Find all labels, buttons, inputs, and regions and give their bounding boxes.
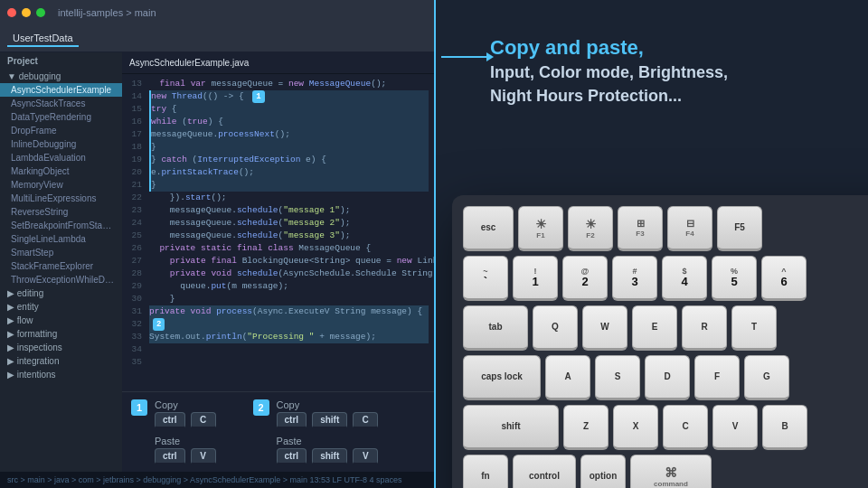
sidebar-item-memoryview[interactable]: MemoryView [0,178,122,192]
sidebar-item-inspections[interactable]: ▶ inspections [0,341,122,354]
f-key[interactable]: F [694,355,740,400]
project-sidebar: Project ▼ debugging AsyncSchedulerExampl… [0,52,122,472]
sidebar-item-asyncscheduler[interactable]: AsyncSchedulerExample [0,83,122,97]
paste-keys-1: ctrl V [155,448,216,465]
w-key[interactable]: W [582,305,627,351]
sidebar-item-formatting[interactable]: ▶ formatting [0,327,122,341]
sidebar-item-lambdaevaluation[interactable]: LambdaEvaluation [0,151,122,164]
sidebar-item-integration[interactable]: ▶ integration [0,354,122,368]
q-key[interactable]: Q [533,305,578,351]
ide-title: intellij-samples > main [58,7,156,18]
command-key[interactable]: ⌘ command [630,455,712,488]
ctrl-key-1b[interactable]: ctrl [155,448,185,465]
s-key[interactable]: S [595,355,640,400]
v-key-1[interactable]: V [191,448,216,465]
5-key[interactable]: % 5 [712,256,757,301]
sidebar-item-reversestring[interactable]: ReverseString [0,205,122,219]
ide-panel: intellij-samples > main UserTestData Pro… [0,0,434,488]
sidebar-item-multilineexpressions[interactable]: MultiLineExpressions [0,192,122,205]
code-editor[interactable]: AsyncSchedulerExample.java 1314151617181… [122,52,434,472]
sidebar-item-inlinedebugging[interactable]: InlineDebugging [0,137,122,151]
control-key[interactable]: control [513,455,576,488]
shortcut-group-1: Copy ctrl C Paste [155,399,216,465]
feature-arrow [441,52,494,61]
minimize-button[interactable] [22,8,31,17]
6-key[interactable]: ^ 6 [761,256,807,301]
sidebar-item-flow[interactable]: ▶ flow [0,314,122,327]
sidebar-item-throwexception[interactable]: ThrowExceptionWhileDebugging [0,273,122,286]
sidebar-item-debugging[interactable]: ▼ debugging [0,70,122,83]
ide-titlebar: intellij-samples > main [0,0,434,25]
b-key[interactable]: B [762,405,807,450]
run-config-tab[interactable]: UserTestData [7,31,79,47]
sidebar-item-entity[interactable]: ▶ entity [0,300,122,314]
3-key[interactable]: # 3 [612,256,657,301]
f5-key[interactable]: F5 [717,206,762,251]
1-key[interactable]: ! 1 [513,256,558,301]
shortcuts-overlay: 1 Copy ctrl C [122,391,434,472]
a-key[interactable]: A [545,355,590,400]
sidebar-item-stackframeexplorer[interactable]: StackFrameExplorer [0,259,122,273]
sidebar-item-dropframe[interactable]: DropFrame [0,124,122,137]
shift-key-2b[interactable]: shift [312,448,347,465]
option-key[interactable]: option [580,455,626,488]
g-key[interactable]: G [744,355,789,400]
sidebar-item-intentions[interactable]: ▶ intentions [0,368,122,381]
key-row-numbers: ~ ` ! 1 @ 2 # 3 $ 4 [463,256,868,301]
ide-main: Project ▼ debugging AsyncSchedulerExampl… [0,52,434,472]
f2-key[interactable]: ☀ F2 [568,206,613,251]
c-key-2[interactable]: C [353,412,378,428]
ctrl-key-1[interactable]: ctrl [155,412,185,428]
c-key[interactable]: C [663,405,708,450]
esc-key[interactable]: esc [463,206,514,251]
keyboard: esc ☀ F1 ☀ F2 ⊞ F3 ⊟ F4 F5 [452,195,868,488]
d-key[interactable]: D [645,355,690,400]
ctrl-key-2[interactable]: ctrl [277,412,307,428]
sidebar-item-smartstep[interactable]: SmartStep [0,246,122,259]
tab-key[interactable]: tab [463,305,528,351]
f1-key[interactable]: ☀ F1 [518,206,563,251]
key-row-zxcv: shift Z X C V B [463,405,868,450]
backtick-key[interactable]: ~ ` [463,256,508,301]
v-key-2[interactable]: V [353,448,378,465]
sidebar-item-setbreakpoint[interactable]: SetBreakpointFromStackTrace [0,219,122,232]
v-key[interactable]: V [712,405,758,450]
ctrl-key-2b[interactable]: ctrl [277,448,307,465]
sidebar-item-datatyperendering[interactable]: DataTypeRendering [0,110,122,124]
feature-text: Copy and paste, Input, Color mode, Brigh… [490,36,850,108]
sidebar-item-markingobject[interactable]: MarkingObject [0,164,122,178]
c-key-1[interactable]: C [191,412,216,428]
paste-shortcut-1: Paste [155,436,216,446]
sidebar-item-singlelinelambda[interactable]: SingleLineLambda [0,232,122,246]
ide-toolbar: UserTestData [0,25,434,52]
2-key[interactable]: @ 2 [562,256,608,301]
file-tab: AsyncSchedulerExample.java [122,52,434,74]
paste-label-2: Paste [277,436,309,446]
f3-key[interactable]: ⊞ F3 [618,206,663,251]
fn-key[interactable]: fn [463,455,508,488]
x-key[interactable]: X [613,405,658,450]
f4-key[interactable]: ⊟ F4 [667,206,712,251]
caps-lock-key[interactable]: caps lock [463,355,541,400]
shift-key[interactable]: shift [463,405,559,450]
e-key[interactable]: E [632,305,677,351]
r-key[interactable]: R [682,305,727,351]
4-key[interactable]: $ 4 [662,256,707,301]
maximize-button[interactable] [36,8,45,17]
shortcut-group-2: Copy ctrl shift C Paste [277,399,379,465]
z-key[interactable]: Z [563,405,609,450]
feature-subtitle-2: Night Hours Protection... [490,85,850,108]
sidebar-item-editing[interactable]: ▶ editing [0,286,122,300]
status-bar: src > main > java > com > jetbrains > de… [0,472,434,488]
close-button[interactable] [7,8,16,17]
copy-label-1: Copy [155,399,187,410]
sidebar-item-asyncstacktraces[interactable]: AsyncStackTraces [0,97,122,110]
key-row-modifiers: fn control option ⌘ command [463,455,868,488]
copy-shortcut-2: Copy [277,399,379,410]
copy-shortcut-1: Copy [155,399,216,410]
right-panel: Copy and paste, Input, Color mode, Brigh… [436,0,868,488]
t-key[interactable]: T [731,305,777,351]
shift-key-2[interactable]: shift [312,412,347,428]
copy-keys-1: ctrl C [155,412,216,428]
paste-shortcut-2: Paste [277,436,379,446]
